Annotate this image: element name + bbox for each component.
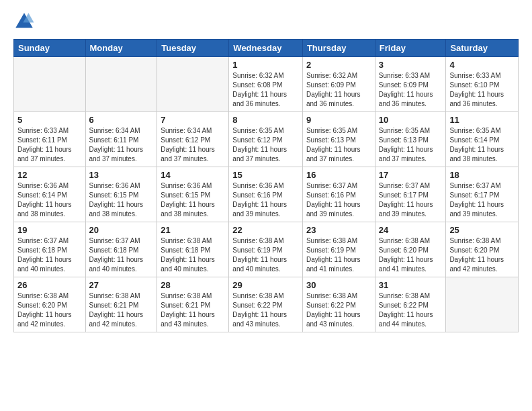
day-cell: 23Sunrise: 6:38 AMSunset: 6:19 PMDayligh… xyxy=(302,222,375,277)
day-number: 28 xyxy=(161,280,225,290)
day-number: 26 xyxy=(17,280,82,290)
day-cell: 9Sunrise: 6:35 AMSunset: 6:13 PMDaylight… xyxy=(302,112,375,167)
col-header-tuesday: Tuesday xyxy=(157,40,229,57)
week-row-4: 19Sunrise: 6:37 AMSunset: 6:18 PMDayligh… xyxy=(14,222,519,277)
day-number: 5 xyxy=(17,115,82,125)
day-cell: 20Sunrise: 6:37 AMSunset: 6:18 PMDayligh… xyxy=(85,222,157,277)
day-cell: 30Sunrise: 6:38 AMSunset: 6:22 PMDayligh… xyxy=(302,277,375,332)
day-number: 11 xyxy=(449,115,515,125)
day-info: Sunrise: 6:35 AMSunset: 6:12 PMDaylight:… xyxy=(232,126,299,164)
day-info: Sunrise: 6:32 AMSunset: 6:09 PMDaylight:… xyxy=(306,71,371,109)
day-number: 24 xyxy=(379,225,443,235)
day-cell: 14Sunrise: 6:36 AMSunset: 6:15 PMDayligh… xyxy=(157,167,229,222)
day-cell: 17Sunrise: 6:37 AMSunset: 6:17 PMDayligh… xyxy=(375,167,446,222)
day-number: 16 xyxy=(306,170,371,180)
day-cell: 27Sunrise: 6:38 AMSunset: 6:21 PMDayligh… xyxy=(85,277,157,332)
day-number: 9 xyxy=(306,115,371,125)
day-number: 6 xyxy=(89,115,154,125)
day-number: 4 xyxy=(449,60,515,70)
day-cell: 21Sunrise: 6:38 AMSunset: 6:18 PMDayligh… xyxy=(157,222,229,277)
day-info: Sunrise: 6:38 AMSunset: 6:18 PMDaylight:… xyxy=(161,236,225,274)
day-info: Sunrise: 6:38 AMSunset: 6:20 PMDaylight:… xyxy=(449,236,515,274)
day-number: 10 xyxy=(379,115,443,125)
day-info: Sunrise: 6:38 AMSunset: 6:22 PMDaylight:… xyxy=(379,291,443,329)
day-cell: 10Sunrise: 6:35 AMSunset: 6:13 PMDayligh… xyxy=(375,112,446,167)
day-number: 14 xyxy=(161,170,225,180)
day-cell: 13Sunrise: 6:36 AMSunset: 6:15 PMDayligh… xyxy=(85,167,157,222)
week-row-1: 1Sunrise: 6:32 AMSunset: 6:08 PMDaylight… xyxy=(14,57,519,112)
day-info: Sunrise: 6:36 AMSunset: 6:15 PMDaylight:… xyxy=(161,181,225,219)
logo xyxy=(13,11,38,32)
day-number: 17 xyxy=(379,170,443,180)
day-info: Sunrise: 6:38 AMSunset: 6:19 PMDaylight:… xyxy=(306,236,371,274)
week-row-2: 5Sunrise: 6:33 AMSunset: 6:11 PMDaylight… xyxy=(14,112,519,167)
day-cell: 6Sunrise: 6:34 AMSunset: 6:11 PMDaylight… xyxy=(85,112,157,167)
day-info: Sunrise: 6:37 AMSunset: 6:18 PMDaylight:… xyxy=(89,236,154,274)
day-info: Sunrise: 6:38 AMSunset: 6:19 PMDaylight:… xyxy=(232,236,299,274)
day-cell: 24Sunrise: 6:38 AMSunset: 6:20 PMDayligh… xyxy=(375,222,446,277)
day-cell: 19Sunrise: 6:37 AMSunset: 6:18 PMDayligh… xyxy=(14,222,86,277)
day-info: Sunrise: 6:33 AMSunset: 6:11 PMDaylight:… xyxy=(17,126,82,164)
day-info: Sunrise: 6:35 AMSunset: 6:14 PMDaylight:… xyxy=(449,126,515,164)
day-number: 19 xyxy=(17,225,82,235)
day-info: Sunrise: 6:38 AMSunset: 6:22 PMDaylight:… xyxy=(232,291,299,329)
logo-icon xyxy=(13,11,35,32)
day-number: 15 xyxy=(232,170,299,180)
day-info: Sunrise: 6:36 AMSunset: 6:16 PMDaylight:… xyxy=(232,181,299,219)
day-info: Sunrise: 6:38 AMSunset: 6:20 PMDaylight:… xyxy=(17,291,82,329)
week-row-5: 26Sunrise: 6:38 AMSunset: 6:20 PMDayligh… xyxy=(14,277,519,332)
day-number: 3 xyxy=(379,60,443,70)
col-header-sunday: Sunday xyxy=(14,40,86,57)
day-info: Sunrise: 6:36 AMSunset: 6:14 PMDaylight:… xyxy=(17,181,82,219)
day-info: Sunrise: 6:38 AMSunset: 6:21 PMDaylight:… xyxy=(161,291,225,329)
day-number: 18 xyxy=(449,170,515,180)
day-cell xyxy=(446,277,519,332)
day-cell: 4Sunrise: 6:33 AMSunset: 6:10 PMDaylight… xyxy=(446,57,519,112)
calendar-table: SundayMondayTuesdayWednesdayThursdayFrid… xyxy=(13,39,519,332)
day-cell: 7Sunrise: 6:34 AMSunset: 6:12 PMDaylight… xyxy=(157,112,229,167)
day-info: Sunrise: 6:37 AMSunset: 6:16 PMDaylight:… xyxy=(306,181,371,219)
day-cell: 29Sunrise: 6:38 AMSunset: 6:22 PMDayligh… xyxy=(229,277,303,332)
day-info: Sunrise: 6:32 AMSunset: 6:08 PMDaylight:… xyxy=(232,71,299,109)
header-row: SundayMondayTuesdayWednesdayThursdayFrid… xyxy=(14,40,519,57)
day-number: 12 xyxy=(17,170,82,180)
day-info: Sunrise: 6:35 AMSunset: 6:13 PMDaylight:… xyxy=(379,126,443,164)
day-number: 29 xyxy=(232,280,299,290)
day-cell xyxy=(157,57,229,112)
day-cell: 5Sunrise: 6:33 AMSunset: 6:11 PMDaylight… xyxy=(14,112,86,167)
page: SundayMondayTuesdayWednesdayThursdayFrid… xyxy=(0,0,532,411)
day-number: 21 xyxy=(161,225,225,235)
day-number: 27 xyxy=(89,280,154,290)
day-cell: 15Sunrise: 6:36 AMSunset: 6:16 PMDayligh… xyxy=(229,167,303,222)
day-cell: 3Sunrise: 6:33 AMSunset: 6:09 PMDaylight… xyxy=(375,57,446,112)
day-info: Sunrise: 6:36 AMSunset: 6:15 PMDaylight:… xyxy=(89,181,154,219)
day-info: Sunrise: 6:34 AMSunset: 6:11 PMDaylight:… xyxy=(89,126,154,164)
day-number: 8 xyxy=(232,115,299,125)
day-info: Sunrise: 6:38 AMSunset: 6:21 PMDaylight:… xyxy=(89,291,154,329)
day-number: 7 xyxy=(161,115,225,125)
col-header-wednesday: Wednesday xyxy=(229,40,303,57)
day-info: Sunrise: 6:37 AMSunset: 6:17 PMDaylight:… xyxy=(379,181,443,219)
day-cell: 25Sunrise: 6:38 AMSunset: 6:20 PMDayligh… xyxy=(446,222,519,277)
day-cell xyxy=(85,57,157,112)
day-cell xyxy=(14,57,86,112)
day-cell: 11Sunrise: 6:35 AMSunset: 6:14 PMDayligh… xyxy=(446,112,519,167)
day-number: 22 xyxy=(232,225,299,235)
day-number: 20 xyxy=(89,225,154,235)
day-info: Sunrise: 6:38 AMSunset: 6:20 PMDaylight:… xyxy=(379,236,443,274)
day-cell: 26Sunrise: 6:38 AMSunset: 6:20 PMDayligh… xyxy=(14,277,86,332)
day-cell: 28Sunrise: 6:38 AMSunset: 6:21 PMDayligh… xyxy=(157,277,229,332)
day-info: Sunrise: 6:37 AMSunset: 6:17 PMDaylight:… xyxy=(449,181,515,219)
col-header-monday: Monday xyxy=(85,40,157,57)
day-number: 31 xyxy=(379,280,443,290)
day-cell: 16Sunrise: 6:37 AMSunset: 6:16 PMDayligh… xyxy=(302,167,375,222)
day-number: 2 xyxy=(306,60,371,70)
col-header-friday: Friday xyxy=(375,40,446,57)
day-number: 25 xyxy=(449,225,515,235)
day-info: Sunrise: 6:34 AMSunset: 6:12 PMDaylight:… xyxy=(161,126,225,164)
day-number: 1 xyxy=(232,60,299,70)
day-cell: 8Sunrise: 6:35 AMSunset: 6:12 PMDaylight… xyxy=(229,112,303,167)
col-header-thursday: Thursday xyxy=(302,40,375,57)
day-number: 30 xyxy=(306,280,371,290)
day-cell: 2Sunrise: 6:32 AMSunset: 6:09 PMDaylight… xyxy=(302,57,375,112)
